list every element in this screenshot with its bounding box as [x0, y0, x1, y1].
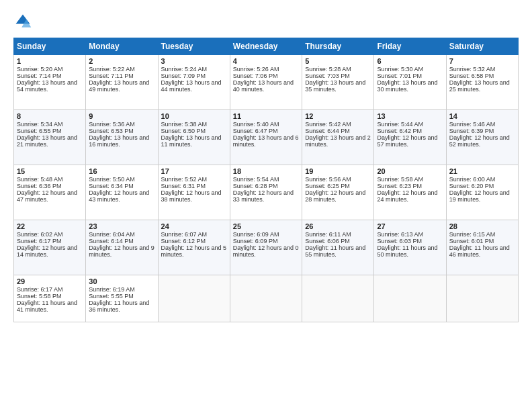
sunrise-text: Sunrise: 6:04 AM [89, 231, 135, 238]
daylight-text: Daylight: 13 hours and 11 minutes. [161, 134, 222, 148]
table-row: 5 Sunrise: 5:28 AM Sunset: 7:03 PM Dayli… [302, 55, 374, 110]
sunset-text: Sunset: 7:11 PM [89, 73, 134, 79]
daylight-text: Daylight: 13 hours and 49 minutes. [89, 79, 149, 93]
daylight-text: Daylight: 11 hours and 46 minutes. [449, 244, 510, 258]
sunset-text: Sunset: 7:14 PM [17, 73, 62, 79]
daylight-text: Daylight: 13 hours and 16 minutes. [89, 134, 149, 148]
table-row: 15 Sunrise: 5:48 AM Sunset: 6:36 PM Dayl… [14, 165, 86, 220]
table-row: 30 Sunrise: 6:19 AM Sunset: 5:55 PM Dayl… [86, 275, 158, 322]
sunset-text: Sunset: 6:12 PM [161, 238, 206, 244]
sunset-text: Sunset: 6:01 PM [449, 238, 494, 244]
sunset-text: Sunset: 7:06 PM [233, 73, 278, 79]
sunrise-text: Sunrise: 5:50 AM [89, 176, 135, 183]
daylight-text: Daylight: 13 hours and 6 minutes. [233, 134, 299, 148]
sunset-text: Sunset: 6:25 PM [305, 183, 350, 189]
day-number: 29 [17, 277, 83, 285]
table-row: 16 Sunrise: 5:50 AM Sunset: 6:34 PM Dayl… [86, 165, 158, 220]
table-row: 2 Sunrise: 5:22 AM Sunset: 7:11 PM Dayli… [86, 55, 158, 110]
table-row: 28 Sunrise: 6:15 AM Sunset: 6:01 PM Dayl… [446, 220, 518, 275]
sunset-text: Sunset: 6:50 PM [161, 128, 206, 134]
sunset-text: Sunset: 6:36 PM [17, 183, 62, 189]
day-number: 11 [233, 112, 299, 120]
table-row: 7 Sunrise: 5:32 AM Sunset: 6:58 PM Dayli… [446, 55, 518, 110]
calendar-week-row: 22 Sunrise: 6:02 AM Sunset: 6:17 PM Dayl… [14, 220, 519, 275]
sunset-text: Sunset: 6:34 PM [89, 183, 134, 189]
day-number: 6 [377, 57, 443, 65]
col-monday: Monday [86, 38, 158, 55]
sunset-text: Sunset: 6:23 PM [377, 183, 422, 189]
sunset-text: Sunset: 6:06 PM [305, 238, 350, 244]
calendar-header-row: Sunday Monday Tuesday Wednesday Thursday… [14, 38, 519, 55]
table-row: 20 Sunrise: 5:58 AM Sunset: 6:23 PM Dayl… [374, 165, 446, 220]
sunrise-text: Sunrise: 5:56 AM [305, 176, 351, 183]
table-row: 18 Sunrise: 5:54 AM Sunset: 6:28 PM Dayl… [230, 165, 302, 220]
daylight-text: Daylight: 13 hours and 2 minutes. [305, 134, 371, 148]
sunrise-text: Sunrise: 5:30 AM [377, 66, 423, 73]
table-row: 13 Sunrise: 5:44 AM Sunset: 6:42 PM Dayl… [374, 110, 446, 165]
empty-cell [302, 275, 374, 322]
table-row: 19 Sunrise: 5:56 AM Sunset: 6:25 PM Dayl… [302, 165, 374, 220]
col-thursday: Thursday [302, 38, 374, 55]
sunset-text: Sunset: 5:55 PM [89, 293, 134, 300]
sunrise-text: Sunrise: 6:07 AM [161, 231, 208, 238]
sunrise-text: Sunrise: 5:32 AM [449, 66, 496, 73]
logo-icon [13, 12, 32, 31]
sunrise-text: Sunrise: 6:19 AM [89, 286, 135, 293]
sunset-text: Sunset: 6:53 PM [89, 128, 134, 134]
calendar-week-row: 29 Sunrise: 6:17 AM Sunset: 5:58 PM Dayl… [14, 275, 519, 322]
daylight-text: Daylight: 11 hours and 41 minutes. [17, 300, 77, 313]
logo [13, 12, 35, 31]
daylight-text: Daylight: 11 hours and 36 minutes. [89, 300, 149, 313]
empty-cell [446, 275, 518, 322]
sunset-text: Sunset: 6:44 PM [305, 128, 350, 134]
day-number: 9 [89, 112, 154, 120]
sunrise-text: Sunrise: 6:11 AM [305, 231, 351, 238]
daylight-text: Daylight: 13 hours and 40 minutes. [233, 79, 294, 93]
sunrise-text: Sunrise: 5:54 AM [233, 176, 279, 183]
daylight-text: Daylight: 11 hours and 50 minutes. [377, 244, 437, 258]
table-row: 22 Sunrise: 6:02 AM Sunset: 6:17 PM Dayl… [14, 220, 86, 275]
col-saturday: Saturday [446, 38, 518, 55]
table-row: 25 Sunrise: 6:09 AM Sunset: 6:09 PM Dayl… [230, 220, 302, 275]
daylight-text: Daylight: 13 hours and 30 minutes. [377, 79, 437, 93]
table-row: 9 Sunrise: 5:36 AM Sunset: 6:53 PM Dayli… [86, 110, 158, 165]
daylight-text: Daylight: 11 hours and 55 minutes. [305, 244, 365, 258]
table-row: 14 Sunrise: 5:46 AM Sunset: 6:39 PM Dayl… [446, 110, 518, 165]
sunset-text: Sunset: 6:42 PM [377, 128, 422, 134]
sunrise-text: Sunrise: 5:36 AM [89, 121, 135, 128]
sunrise-text: Sunrise: 5:34 AM [17, 121, 63, 128]
day-number: 3 [161, 57, 227, 65]
sunset-text: Sunset: 6:14 PM [89, 238, 134, 244]
sunrise-text: Sunrise: 5:20 AM [17, 66, 63, 73]
daylight-text: Daylight: 13 hours and 21 minutes. [17, 134, 77, 148]
daylight-text: Daylight: 12 hours and 5 minutes. [161, 244, 227, 258]
sunrise-text: Sunrise: 6:13 AM [377, 231, 423, 238]
sunrise-text: Sunrise: 6:15 AM [449, 231, 496, 238]
sunset-text: Sunset: 6:39 PM [449, 128, 494, 134]
daylight-text: Daylight: 13 hours and 44 minutes. [161, 79, 222, 93]
day-number: 12 [305, 112, 371, 120]
daylight-text: Daylight: 12 hours and 47 minutes. [17, 189, 77, 203]
table-row: 21 Sunrise: 6:00 AM Sunset: 6:20 PM Dayl… [446, 165, 518, 220]
col-wednesday: Wednesday [230, 38, 302, 55]
day-number: 17 [161, 167, 227, 175]
sunrise-text: Sunrise: 6:09 AM [233, 231, 279, 238]
day-number: 8 [17, 112, 83, 120]
sunset-text: Sunset: 6:28 PM [233, 183, 278, 189]
sunrise-text: Sunrise: 6:00 AM [449, 176, 496, 183]
table-row: 11 Sunrise: 5:40 AM Sunset: 6:47 PM Dayl… [230, 110, 302, 165]
day-number: 18 [233, 167, 299, 175]
sunset-text: Sunset: 6:58 PM [449, 73, 494, 79]
daylight-text: Daylight: 12 hours and 33 minutes. [233, 189, 294, 203]
sunset-text: Sunset: 6:17 PM [17, 238, 62, 244]
daylight-text: Daylight: 13 hours and 25 minutes. [449, 79, 510, 93]
sunset-text: Sunset: 6:55 PM [17, 128, 62, 134]
daylight-text: Daylight: 12 hours and 19 minutes. [449, 189, 510, 203]
calendar-table: Sunday Monday Tuesday Wednesday Thursday… [13, 38, 519, 322]
day-number: 16 [89, 167, 154, 175]
table-row: 12 Sunrise: 5:42 AM Sunset: 6:44 PM Dayl… [302, 110, 374, 165]
daylight-text: Daylight: 13 hours and 54 minutes. [17, 79, 77, 93]
day-number: 15 [17, 167, 83, 175]
day-number: 20 [377, 167, 443, 175]
table-row: 29 Sunrise: 6:17 AM Sunset: 5:58 PM Dayl… [14, 275, 86, 322]
